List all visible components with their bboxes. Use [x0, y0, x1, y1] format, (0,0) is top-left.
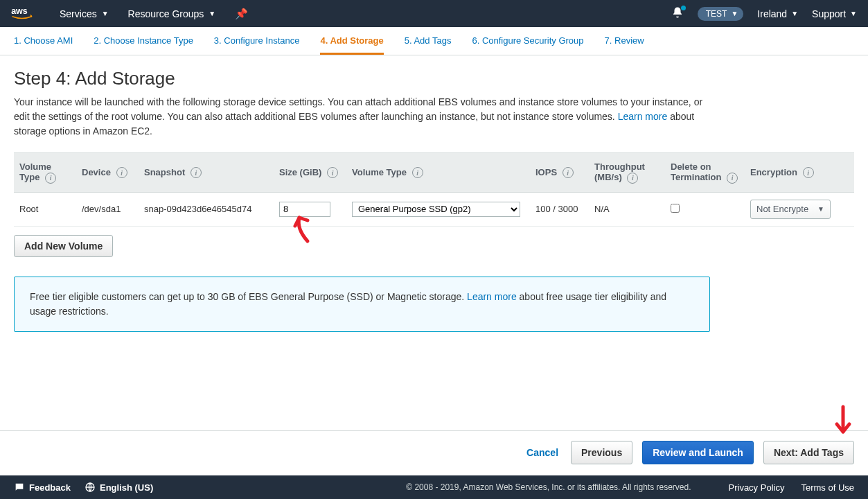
- encryption-select[interactable]: Not Encrypte▼: [750, 200, 831, 219]
- account-label: TEST: [706, 9, 727, 19]
- caret-down-icon: ▼: [850, 10, 857, 17]
- tab-choose-ami[interactable]: 1. Choose AMI: [14, 35, 73, 55]
- page-title: Step 4: Add Storage: [14, 68, 854, 89]
- table-row: Root /dev/sda1 snap-09d423d6e46545d74 Ge…: [14, 192, 854, 226]
- delete-on-termination-checkbox[interactable]: [671, 204, 680, 213]
- cancel-button[interactable]: Cancel: [524, 441, 561, 464]
- footer-bar: Cancel Previous Review and Launch Next: …: [0, 430, 868, 474]
- bottom-bar: Feedback English (US) © 2008 - 2019, Ama…: [0, 475, 868, 499]
- resource-groups-label: Resource Groups: [128, 8, 204, 19]
- pin-icon[interactable]: 📌: [235, 8, 248, 20]
- caret-down-icon: ▼: [817, 205, 824, 213]
- language-selector[interactable]: English (US): [85, 482, 153, 493]
- globe-icon: [85, 482, 96, 493]
- tab-configure-security-group[interactable]: 6. Configure Security Group: [472, 35, 583, 55]
- col-snapshot: Snapshot: [144, 167, 185, 177]
- aws-logo[interactable]: aws: [11, 5, 40, 22]
- col-device: Device: [82, 167, 111, 177]
- caret-down-icon: ▼: [731, 10, 738, 17]
- info-icon[interactable]: i: [327, 167, 338, 178]
- col-voltype: Volume Type: [352, 167, 407, 177]
- wizard-tabs: 1. Choose AMI 2. Choose Instance Type 3.…: [0, 27, 868, 55]
- info-icon[interactable]: i: [191, 167, 202, 178]
- region-label: Ireland: [757, 8, 787, 19]
- account-menu[interactable]: TEST▼: [698, 7, 744, 21]
- speech-bubble-icon: [14, 482, 25, 493]
- info-icon[interactable]: i: [412, 167, 423, 178]
- tab-configure-instance[interactable]: 3. Configure Instance: [214, 35, 300, 55]
- info-icon[interactable]: i: [116, 167, 127, 178]
- learn-more-link[interactable]: Learn more: [467, 291, 517, 302]
- learn-more-link[interactable]: Learn more: [618, 111, 668, 122]
- cell-snapshot: snap-09d423d6e46545d74: [139, 192, 274, 226]
- col-iops: IOPS: [535, 167, 557, 177]
- caret-down-icon: ▼: [791, 10, 798, 17]
- caret-down-icon: ▼: [102, 10, 109, 17]
- notifications-icon[interactable]: [671, 6, 684, 21]
- info-icon[interactable]: i: [727, 173, 738, 184]
- top-nav: aws Services▼ Resource Groups▼ 📌 TEST▼ I…: [0, 0, 868, 27]
- cell-throughput: N/A: [589, 192, 665, 226]
- privacy-policy-link[interactable]: Privacy Policy: [729, 482, 785, 493]
- info-icon[interactable]: i: [45, 173, 56, 184]
- storage-table: Volume Type i Device i Snapshot i Size (…: [14, 152, 854, 227]
- col-delete: Delete on Termination: [671, 161, 721, 182]
- resource-groups-menu[interactable]: Resource Groups▼: [128, 8, 216, 19]
- size-input[interactable]: [279, 202, 330, 217]
- notification-dot: [681, 6, 686, 10]
- support-label: Support: [812, 8, 846, 19]
- caret-down-icon: ▼: [209, 10, 215, 17]
- info-icon[interactable]: i: [803, 167, 814, 178]
- region-menu[interactable]: Ireland▼: [757, 8, 798, 19]
- feedback-link[interactable]: Feedback: [14, 482, 71, 493]
- col-encryption: Encryption: [750, 167, 797, 177]
- free-tier-info-box: Free tier eligible customers can get up …: [14, 277, 710, 332]
- cell-volume-type: Root: [14, 192, 76, 226]
- services-label: Services: [60, 8, 97, 19]
- page-description: Your instance will be launched with the …: [14, 95, 714, 139]
- cell-device: /dev/sda1: [76, 192, 139, 226]
- next-add-tags-button[interactable]: Next: Add Tags: [763, 441, 854, 464]
- info-icon[interactable]: i: [563, 167, 574, 178]
- terms-of-use-link[interactable]: Terms of Use: [801, 482, 854, 493]
- copyright: © 2008 - 2019, Amazon Web Services, Inc.…: [406, 482, 691, 492]
- add-new-volume-button[interactable]: Add New Volume: [14, 235, 113, 257]
- tab-choose-instance-type[interactable]: 2. Choose Instance Type: [94, 35, 193, 55]
- services-menu[interactable]: Services▼: [60, 8, 109, 19]
- volume-type-select[interactable]: General Purpose SSD (gp2): [352, 202, 520, 217]
- support-menu[interactable]: Support▼: [812, 8, 857, 19]
- cell-iops: 100 / 3000: [530, 192, 589, 226]
- tab-review[interactable]: 7. Review: [605, 35, 644, 55]
- tab-add-storage[interactable]: 4. Add Storage: [320, 35, 383, 55]
- review-and-launch-button[interactable]: Review and Launch: [642, 441, 754, 464]
- content-area: Step 4: Add Storage Your instance will b…: [0, 55, 868, 332]
- info-icon[interactable]: i: [627, 173, 638, 184]
- previous-button[interactable]: Previous: [571, 441, 632, 464]
- tab-add-tags[interactable]: 5. Add Tags: [405, 35, 452, 55]
- col-size: Size (GiB): [279, 167, 321, 177]
- svg-text:aws: aws: [11, 6, 28, 16]
